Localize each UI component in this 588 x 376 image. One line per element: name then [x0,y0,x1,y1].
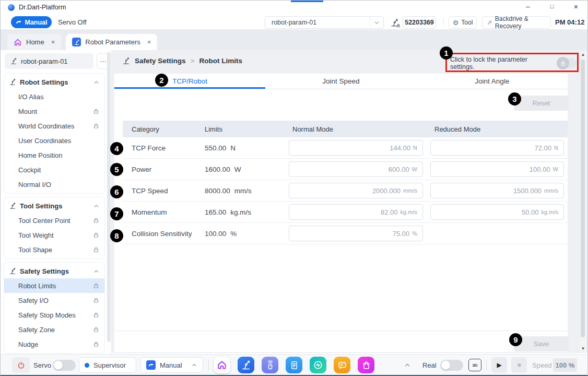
lock-toggle[interactable] [557,58,577,68]
role-value: Supervisor [93,361,126,369]
sidebar-item-io-alias[interactable]: I/O Alias [4,89,104,104]
main-scrollbar[interactable]: ▲ ▼ [580,51,586,352]
maximize-button[interactable]: □ [548,2,556,11]
item-label: I/O Alias [18,93,43,101]
parameter-file-select[interactable]: robot-param-01 [265,16,384,29]
tab-tcp-robot[interactable]: TCP/Robot [114,74,265,89]
group-label: Tool Settings [20,202,62,210]
title-bar: Dr.Dart-Platform – □ × [1,1,587,15]
sidebar-item-nudge[interactable]: Nudge [4,337,104,351]
robot-icon [9,78,16,86]
sidebar-item-cockpit[interactable]: Cockpit [4,162,104,177]
sidebar-item-world-coordinates[interactable]: World Coordinates [4,119,104,133]
3d-view-button[interactable]: 3D [468,359,481,371]
bottom-status-bar: Servo Supervisor Manual [1,354,587,375]
chevron-up-icon [93,203,100,209]
sidebar-scrollbar[interactable] [107,52,111,342]
reduced-mode-input[interactable]: 72.00N [430,140,564,156]
minimize-button[interactable]: – [524,2,532,11]
item-label: Safety Stop Modes [18,311,76,319]
limits-table: Category Limits Normal Mode Reduced Mode… [123,121,568,244]
row-category: TCP Speed [132,187,168,195]
tool-button[interactable]: ⚙ Tool [449,16,477,29]
item-label: User Coordinates [18,137,71,145]
annotation-badge-6: 6 [110,185,123,198]
sidebar-item-home-position[interactable]: Home Position [4,148,104,162]
item-label: Robot Limits [18,282,56,290]
reduced-mode-input[interactable]: 100.00W [430,161,564,177]
manual-mode-button[interactable]: Manual [11,16,52,28]
group-header-tool-settings[interactable]: Tool Settings [4,198,104,213]
tab-robot-parameters-label: Robot Parameters [85,38,140,46]
dock-store-icon[interactable] [358,357,374,373]
group-header-robot-settings[interactable]: Robot Settings [4,75,104,89]
wrench-icon [487,19,492,26]
tab-home[interactable]: Home × [7,34,61,50]
annotation-badge-9: 9 [509,333,522,346]
close-button[interactable]: × [572,2,580,11]
row-limit: 165.00kg.m/s [205,208,251,216]
row-category: TCP Force [132,144,166,152]
power-button[interactable] [12,357,30,373]
sidebar-item-tool-shape[interactable]: Tool Shape [4,242,104,257]
reset-button[interactable]: Reset [514,96,569,111]
backdrive-recovery-button[interactable]: Backdrive & Recovery [482,16,551,29]
dock-monitoring-icon[interactable] [310,357,326,373]
sidebar-item-tool-center-point[interactable]: Tool Center Point [4,213,104,228]
scroll-up-icon[interactable]: ▲ [580,52,586,57]
sidebar-item-safety-io[interactable]: Safety I/O [4,293,104,308]
tab-joint-speed[interactable]: Joint Speed [265,74,416,89]
top-toolbar: Manual Servo Off robot-param-01 52203369… [1,15,587,30]
lock-icon [93,341,99,347]
scrollbar-thumb[interactable] [581,60,585,337]
group-header-safety-settings[interactable]: Safety Settings [4,264,104,278]
play-button[interactable]: ▶ [491,357,507,373]
item-label: Tool Weight [18,231,54,239]
dock-remote-control-icon[interactable] [262,357,278,373]
tab-robot-parameters-close-icon[interactable]: × [147,38,151,46]
real-toggle[interactable] [440,360,463,371]
sidebar-item-safety-zone[interactable]: Safety Zone [4,322,104,337]
tab-robot-parameters[interactable]: Robot Parameters × [66,34,157,50]
swoosh-icon [15,19,22,26]
tab-joint-angle[interactable]: Joint Angle [417,74,568,89]
dock-task-document-icon[interactable] [286,357,302,373]
manual-mode-icon [146,360,156,370]
breadcrumb-page: Robot Limits [199,57,242,65]
normal-mode-input[interactable]: 144.00N [289,140,423,156]
sidebar-item-tool-weight[interactable]: Tool Weight [4,228,104,242]
dock-message-icon[interactable] [334,357,350,373]
operation-mode-select[interactable]: Manual [140,357,203,373]
normal-mode-input[interactable]: 2000.000mm/s [289,183,423,198]
sidebar-item-safety-stop-modes[interactable]: Safety Stop Modes [4,308,104,322]
scroll-down-icon[interactable]: ▼ [580,346,586,351]
row-limit: 100.00% [205,230,237,238]
sidebar-item-robot-limits[interactable]: Robot Limits [4,278,104,293]
normal-mode-input[interactable]: 82.00kg.m/s [289,204,423,220]
dock-robot-parameters-icon[interactable] [238,357,254,373]
annotation-badge-3: 3 [508,92,521,105]
sidebar-item-mount[interactable]: Mount [4,104,104,119]
speed-value-box[interactable]: 100 % [553,358,577,372]
group-safety-settings: Safety Settings Robot Limits Safety I/O … [4,262,105,354]
normal-mode-input[interactable]: 600.00W [289,161,423,177]
app-dock [214,357,374,373]
robot-icon [122,57,130,65]
servo-toggle[interactable] [53,360,76,371]
annotation-badge-1: 1 [440,46,453,60]
window-controls: – □ × [524,2,580,11]
unlock-icon [560,61,566,66]
reduced-mode-input[interactable]: 1500.000mm/s [430,183,564,198]
tab-home-close-icon[interactable]: × [51,38,55,46]
sidebar-item-normal-io[interactable]: Normal I/O [4,177,104,192]
dock-home-icon[interactable] [214,357,230,373]
stop-button[interactable]: ■ [511,357,527,373]
servo-status-text: Servo Off [58,18,87,26]
normal-mode-input[interactable]: 75.00% [289,226,423,241]
row-category: Power [132,166,151,173]
dock-expand-chevron-icon[interactable] [404,361,411,369]
reduced-mode-input[interactable]: 50.00kg.m/s [430,204,564,220]
user-role-select[interactable]: Supervisor [79,357,136,373]
sidebar-param-name[interactable]: robot-param-01 [5,53,93,69]
sidebar-item-user-coordinates[interactable]: User Coordinates [4,133,104,148]
